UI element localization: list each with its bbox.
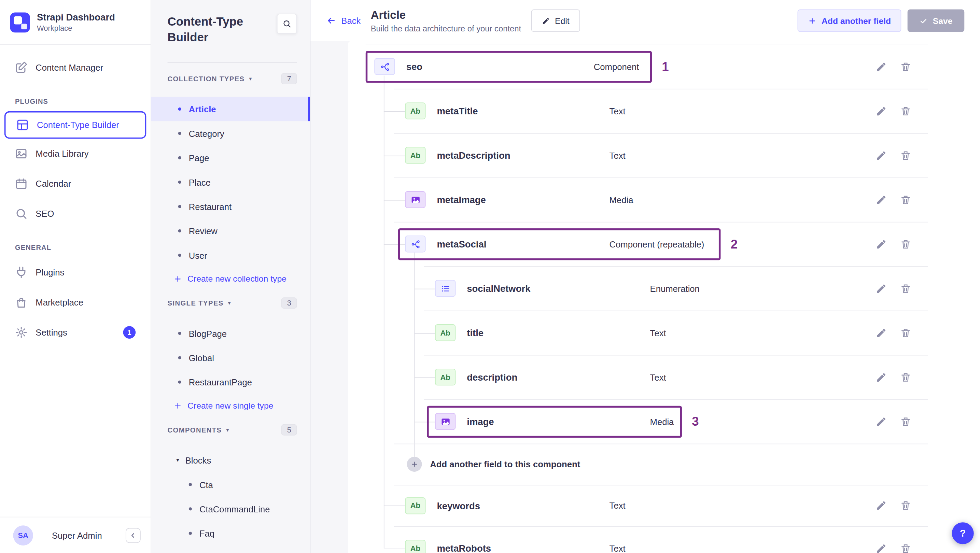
single-type-blogpage[interactable]: BlogPage: [151, 321, 310, 345]
sidebar-item-content-manager[interactable]: Content Manager: [0, 52, 151, 83]
image-icon: [15, 148, 28, 160]
chevron-down-icon: [226, 427, 229, 432]
edit-field-button[interactable]: [875, 500, 887, 511]
sidebar-item-label: Settings: [35, 327, 67, 337]
tree-line: [384, 200, 405, 200]
collection-types-section-header[interactable]: COLLECTION TYPES 7: [151, 63, 310, 97]
brand: Strapi Dashboard Workplace: [0, 0, 151, 44]
sidebar-item-seo[interactable]: SEO: [0, 199, 151, 229]
delete-field-button[interactable]: [900, 327, 912, 338]
collection-type-page[interactable]: Page: [151, 145, 310, 170]
single-type-global[interactable]: Global: [151, 345, 310, 370]
collection-type-review[interactable]: Review: [151, 219, 310, 243]
collection-type-user[interactable]: User: [151, 243, 310, 267]
single-types-count: 3: [282, 297, 297, 308]
collection-type-place[interactable]: Place: [151, 170, 310, 194]
component-features[interactable]: Features: [151, 545, 310, 553]
settings-notification-badge: 1: [123, 326, 136, 338]
fields-list: seo Component 1 Ab metaTitle: [348, 44, 980, 553]
delete-field-button[interactable]: [900, 283, 912, 294]
add-field-to-component-row[interactable]: Add another field to this component: [348, 444, 980, 485]
sidebar-item-label: Media Library: [35, 149, 88, 159]
delete-field-button[interactable]: [900, 194, 912, 205]
edit-button[interactable]: Edit: [531, 9, 580, 32]
collection-type-category[interactable]: Category: [151, 121, 310, 145]
field-type: Media: [650, 416, 674, 426]
field-name: metaSocial: [437, 238, 609, 249]
component-field-icon: [405, 235, 425, 252]
sidebar-item-label: Content Manager: [35, 62, 103, 72]
edit-field-button[interactable]: [875, 372, 887, 383]
component-cta[interactable]: Cta: [151, 472, 310, 497]
sidebar-item-content-type-builder[interactable]: Content-Type Builder: [5, 111, 146, 139]
components-count: 5: [282, 424, 297, 435]
components-section-header[interactable]: COMPONENTS 5: [151, 417, 310, 448]
add-another-field-button[interactable]: Add another field: [798, 9, 902, 32]
field-type: Text: [609, 543, 625, 553]
field-row-description: Ab description Text: [348, 355, 980, 399]
plug-icon: [15, 266, 28, 279]
delete-field-button[interactable]: [900, 416, 912, 427]
media-field-icon: [435, 413, 455, 430]
field-type: Text: [609, 150, 625, 160]
plus-icon: [174, 275, 182, 283]
create-collection-type-link[interactable]: Create new collection type: [151, 267, 310, 290]
add-field-note: Add another field to this component: [430, 459, 580, 469]
tree-line: [384, 548, 405, 549]
edit-field-button[interactable]: [875, 194, 887, 205]
sidebar-item-marketplace[interactable]: Marketplace: [0, 288, 151, 318]
edit-field-button[interactable]: [875, 149, 887, 161]
save-button[interactable]: Save: [908, 9, 965, 32]
content-area: seo Component 1 Ab metaTitle: [311, 41, 980, 553]
avatar: SA: [13, 525, 33, 545]
chevron-down-icon: [176, 458, 179, 463]
edit-field-button[interactable]: [875, 61, 887, 72]
edit-field-button[interactable]: [875, 283, 887, 294]
delete-field-button[interactable]: [900, 238, 912, 249]
sidebar-item-settings[interactable]: Settings 1: [0, 318, 151, 348]
component-ctacommandline[interactable]: CtaCommandLine: [151, 497, 310, 521]
field-type: Text: [609, 501, 625, 510]
single-types-section-header[interactable]: SINGLE TYPES 3: [151, 290, 310, 321]
delete-field-button[interactable]: [900, 543, 912, 553]
edit-field-button[interactable]: [875, 105, 887, 116]
delete-field-button[interactable]: [900, 61, 912, 72]
back-link[interactable]: Back: [326, 16, 361, 25]
delete-field-button[interactable]: [900, 500, 912, 511]
components-group-blocks[interactable]: Blocks: [151, 448, 310, 472]
edit-field-button[interactable]: [875, 238, 887, 249]
layout-grid-icon: [16, 119, 29, 132]
field-type: Text: [650, 328, 666, 338]
edit-field-button[interactable]: [875, 327, 887, 338]
collection-type-article[interactable]: Article: [151, 97, 310, 121]
page-header: Back Article Build the data architecture…: [311, 0, 980, 41]
delete-field-button[interactable]: [900, 149, 912, 161]
delete-field-button[interactable]: [900, 105, 912, 116]
sidebar-item-calendar[interactable]: Calendar: [0, 168, 151, 199]
search-icon: [282, 19, 291, 28]
gear-icon: [15, 326, 28, 338]
collapse-sidebar-button[interactable]: [126, 528, 141, 543]
plus-icon: [808, 17, 817, 25]
tree-line: [384, 244, 405, 245]
collection-type-restaurant[interactable]: Restaurant: [151, 194, 310, 218]
edit-field-button[interactable]: [875, 416, 887, 427]
field-row-socialnetwork: socialNetwork Enumeration: [348, 266, 980, 311]
bullet-icon: [189, 507, 192, 510]
sidebar-item-label: Calendar: [35, 178, 71, 188]
sidebar-item-media-library[interactable]: Media Library: [0, 138, 151, 168]
sidebar-item-label: Marketplace: [35, 297, 83, 307]
component-faq[interactable]: Faq: [151, 521, 310, 545]
search-button[interactable]: [277, 14, 297, 34]
field-name: keywords: [437, 500, 609, 511]
field-name: image: [467, 416, 650, 427]
sidebar-item-plugins[interactable]: Plugins: [0, 257, 151, 288]
annotation-number-3: 3: [692, 415, 698, 429]
tree-line: [415, 288, 435, 289]
single-type-restaurantpage[interactable]: RestaurantPage: [151, 370, 310, 394]
help-button[interactable]: ?: [952, 522, 974, 544]
edit-field-button[interactable]: [875, 543, 887, 553]
shopping-bag-icon: [15, 296, 28, 309]
create-single-type-link[interactable]: Create new single type: [151, 394, 310, 417]
delete-field-button[interactable]: [900, 372, 912, 383]
